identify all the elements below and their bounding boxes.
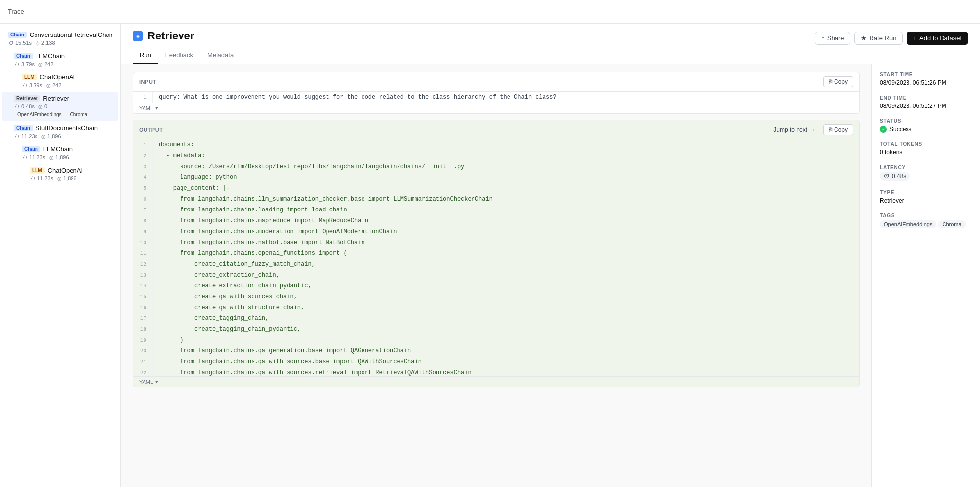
output-line: 5 page_content: |- bbox=[133, 183, 859, 194]
item-row: Chain StuffDocumentsChain bbox=[14, 124, 112, 132]
share-button[interactable]: ↑ Share bbox=[815, 32, 850, 45]
tabs: RunFeedbackMetadata bbox=[133, 47, 241, 64]
tag-pill: Chroma bbox=[67, 111, 91, 118]
status-badge: ✓ Success bbox=[880, 126, 972, 133]
start-time-section: START TIME 08/09/2023, 06:51:26 PM bbox=[880, 72, 972, 86]
trace-label: Trace bbox=[8, 8, 24, 15]
output-line: 3 source: /Users/rlm/Desktop/test_repo/l… bbox=[133, 161, 859, 172]
clock-icon: ⏱ bbox=[15, 104, 20, 109]
clock-icon: ⏱ bbox=[15, 134, 20, 139]
input-line-1: 1 query: What is one improvement you wou… bbox=[133, 92, 859, 103]
tokens-meta: ◎ 242 bbox=[38, 61, 53, 67]
status-icon: ✓ bbox=[880, 126, 887, 133]
output-line: 17 create_tagging_chain, bbox=[133, 313, 859, 324]
tokens-icon: ◎ bbox=[49, 155, 54, 160]
title-row: ◈ Retriever bbox=[133, 30, 241, 42]
item-name: LLMChain bbox=[43, 145, 73, 153]
item-name: ChatOpenAI bbox=[40, 73, 75, 81]
header-actions: ↑ Share ★ Rate Run + Add to Dataset bbox=[815, 32, 968, 45]
badge-chain: Chain bbox=[14, 125, 33, 131]
badge-retriever: Retriever bbox=[14, 95, 40, 102]
tags-container: OpenAIEmbeddingsChroma bbox=[14, 109, 112, 118]
output-line: 15 create_qa_with_sources_chain, bbox=[133, 291, 859, 302]
item-meta: ⏱ 3.79s ◎ 242 bbox=[22, 82, 112, 88]
right-panel: START TIME 08/09/2023, 06:51:26 PM END T… bbox=[871, 64, 980, 487]
time-meta: ⏱ 3.79s bbox=[23, 82, 42, 88]
item-row: LLM ChatOpenAI bbox=[30, 167, 112, 174]
time-meta: ⏱ 15.51s bbox=[9, 40, 32, 46]
sidebar-item-retriever-ret[interactable]: Retriever Retriever ⏱ 0.48s ◎ 0 OpenAIEm… bbox=[2, 92, 118, 121]
chevron-down-icon: ▾ bbox=[155, 105, 158, 111]
input-copy-button[interactable]: ⎘ Copy bbox=[823, 76, 853, 87]
output-line: 8 from langchain.chains.mapreduce import… bbox=[133, 215, 859, 226]
copy-icon: ⎘ bbox=[829, 78, 832, 85]
input-code: 1 query: What is one improvement you wou… bbox=[133, 92, 859, 103]
time-meta: ⏱ 11.23s bbox=[31, 175, 53, 181]
clock-icon: ⏱ bbox=[884, 173, 890, 180]
item-row: LLM ChatOpenAI bbox=[22, 73, 112, 81]
rate-run-button[interactable]: ★ Rate Run bbox=[854, 32, 903, 45]
tokens-icon: ◎ bbox=[41, 134, 46, 139]
tokens-icon: ◎ bbox=[46, 83, 51, 88]
item-meta: ⏱ 11.23s ◎ 1,896 bbox=[30, 175, 112, 181]
output-yaml-bar: YAML ▾ bbox=[133, 376, 859, 387]
input-yaml-bar: YAML ▾ bbox=[133, 103, 859, 113]
sidebar-item-chain-llm[interactable]: Chain LLMChain ⏱ 3.79s ◎ 242 bbox=[2, 49, 118, 70]
item-meta: ⏱ 3.79s ◎ 242 bbox=[14, 61, 112, 67]
star-icon: ★ bbox=[861, 35, 867, 42]
share-icon: ↑ bbox=[821, 35, 825, 42]
tab-metadata[interactable]: Metadata bbox=[200, 47, 241, 64]
sidebar-item-llm-chat[interactable]: LLM ChatOpenAI ⏱ 3.79s ◎ 242 bbox=[2, 70, 118, 91]
output-copy-button[interactable]: ⎘ Copy bbox=[823, 124, 853, 135]
output-line: 16 create_qa_with_structure_chain, bbox=[133, 302, 859, 313]
badge-chain: Chain bbox=[14, 53, 33, 59]
page-title: Retriever bbox=[147, 30, 194, 42]
end-time-section: END TIME 08/09/2023, 06:51:27 PM bbox=[880, 95, 972, 109]
output-line: 10 from langchain.chains.natbot.base imp… bbox=[133, 237, 859, 248]
body-split: INPUT ⎘ Copy 1 query: What is one improv… bbox=[121, 64, 980, 487]
output-line: 18 create_tagging_chain_pydantic, bbox=[133, 324, 859, 335]
sidebar-item-chain-llm2[interactable]: Chain LLMChain ⏱ 11.23s ◎ 1,896 bbox=[2, 142, 118, 163]
top-bar: Trace bbox=[0, 0, 980, 24]
tokens-icon: ◎ bbox=[38, 62, 43, 67]
output-line: 1documents: bbox=[133, 139, 859, 150]
content-area: ◈ Retriever RunFeedbackMetadata ↑ Share … bbox=[121, 24, 980, 487]
badge-llm: LLM bbox=[30, 167, 45, 174]
input-section: INPUT ⎘ Copy 1 query: What is one improv… bbox=[133, 72, 860, 114]
sidebar-item-chain-conv[interactable]: Chain ConversationalRetrievalChair ⏱ 15.… bbox=[2, 28, 118, 49]
input-header: INPUT ⎘ Copy bbox=[133, 72, 859, 92]
tokens-icon: ◎ bbox=[38, 104, 43, 109]
item-meta: ⏱ 0.48s ◎ 0 bbox=[14, 104, 112, 109]
output-line: 22 from langchain.chains.qa_with_sources… bbox=[133, 367, 859, 376]
output-actions: Jump to next → ⎘ Copy bbox=[769, 124, 853, 135]
arrow-right-icon: → bbox=[809, 126, 815, 133]
output-header: OUTPUT Jump to next → ⎘ Copy bbox=[133, 120, 859, 139]
badge-llm: LLM bbox=[22, 74, 37, 80]
jump-to-next-button[interactable]: Jump to next → bbox=[769, 125, 819, 135]
plus-icon: + bbox=[913, 35, 917, 42]
clock-icon: ⏱ bbox=[23, 83, 28, 88]
content-header: ◈ Retriever RunFeedbackMetadata ↑ Share … bbox=[121, 24, 980, 64]
output-line: 20 from langchain.chains.qa_generation.b… bbox=[133, 346, 859, 356]
tokens-meta: ◎ 2,138 bbox=[36, 40, 55, 46]
tokens-icon: ◎ bbox=[36, 40, 40, 46]
clock-icon: ⏱ bbox=[23, 155, 28, 160]
item-meta: ⏱ 11.23s ◎ 1,896 bbox=[22, 154, 112, 160]
center-panel: INPUT ⎘ Copy 1 query: What is one improv… bbox=[121, 64, 871, 487]
sidebar-item-chain-stuff[interactable]: Chain StuffDocumentsChain ⏱ 11.23s ◎ 1,8… bbox=[2, 121, 118, 142]
clock-icon: ⏱ bbox=[15, 62, 20, 67]
output-line: 14 create_extraction_chain_pydantic, bbox=[133, 280, 859, 291]
tag-badge: OpenAIEmbeddings bbox=[880, 220, 936, 228]
tab-run[interactable]: Run bbox=[133, 47, 158, 64]
item-row: Chain ConversationalRetrievalChair bbox=[8, 31, 112, 38]
item-name: ChatOpenAI bbox=[48, 167, 83, 174]
main-layout: Chain ConversationalRetrievalChair ⏱ 15.… bbox=[0, 24, 980, 487]
time-meta: ⏱ 3.79s bbox=[15, 61, 35, 67]
time-meta: ⏱ 0.48s bbox=[15, 104, 35, 109]
output-line: 12 create_citation_fuzzy_match_chain, bbox=[133, 259, 859, 270]
chevron-down-icon-output: ▾ bbox=[155, 379, 158, 385]
sidebar-item-llm-chat2[interactable]: LLM ChatOpenAI ⏱ 11.23s ◎ 1,896 bbox=[2, 164, 118, 184]
latency-pill: ⏱ 0.48s bbox=[880, 172, 910, 181]
tab-feedback[interactable]: Feedback bbox=[158, 47, 200, 64]
add-to-dataset-button[interactable]: + Add to Dataset bbox=[907, 32, 968, 45]
